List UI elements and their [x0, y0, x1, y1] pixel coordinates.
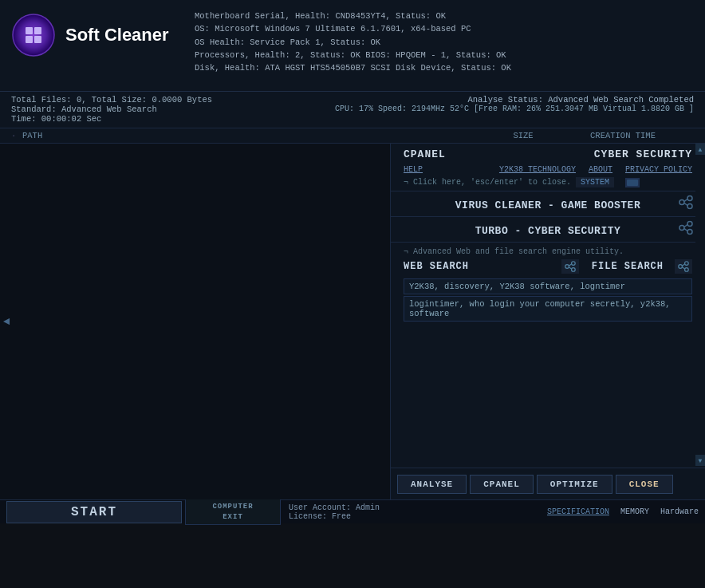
header: Soft Cleaner Motherboard Serial, Health:… [0, 0, 705, 92]
svg-line-21 [569, 267, 571, 269]
svg-point-18 [565, 265, 569, 269]
sysinfo-line2: OS: Microsoft Windows 7 Ultimate 6.1.760… [195, 22, 511, 35]
left-panel[interactable]: ◄ [0, 144, 391, 499]
standard-stat: Standard: Advanced Web Search [11, 105, 212, 114]
svg-line-25 [682, 264, 684, 266]
system-label[interactable]: SYSTEM [576, 177, 614, 187]
y2k38-link[interactable]: Y2K38 TECHNOLOGY [499, 165, 576, 174]
action-bar: ANALYSE CPANEL OPTIMIZE CLOSE [391, 468, 705, 499]
app-title: Soft Cleaner [65, 25, 169, 45]
search-result-2[interactable]: logintimer, who login your computer secr… [404, 296, 692, 322]
svg-point-22 [685, 262, 689, 266]
svg-point-7 [687, 195, 692, 200]
memory-link[interactable]: MEMORY [620, 507, 649, 516]
hint-text[interactable]: ¬ Click here, 'esc/enter' to close. [404, 178, 571, 187]
sysinfo-line1: Motherboard Serial, Health: CND8453YT4, … [195, 10, 511, 22]
links-row: HELP Y2K38 TECHNOLOGY ABOUT PRIVACY POLI… [391, 164, 705, 176]
turbo-share-icon[interactable] [678, 220, 694, 239]
web-search-area: ¬ Advanced Web and file search engine ut… [391, 243, 705, 326]
virus-cleaner-section: VIRUS CLEANER - GAME BOOSTER [391, 191, 705, 216]
analyse-status: Analyse Status: Advanced Web Search Comp… [335, 95, 694, 105]
analyse-button[interactable]: ANALYSE [397, 475, 467, 494]
hardware-link[interactable]: Hardware [660, 507, 699, 516]
start-button[interactable]: START [6, 501, 182, 523]
svg-line-11 [684, 203, 687, 205]
logo-area: Soft Cleaner [11, 13, 195, 57]
svg-line-15 [684, 224, 687, 227]
svg-point-24 [685, 268, 689, 272]
svg-line-10 [684, 199, 687, 201]
file-share-icon[interactable] [675, 259, 692, 274]
main-content: ◄ CPANEL CYBER SECURITY HELP Y2K38 TECHN… [0, 144, 705, 499]
time-stat: Time: 00:00:02 Sec [11, 114, 212, 124]
web-share-icon[interactable] [561, 259, 579, 274]
svg-point-14 [687, 229, 692, 234]
sysinfo-line3: OS Health: Service Pack 1, Status: OK [195, 36, 511, 49]
cpanel-button[interactable]: CPANEL [470, 475, 534, 494]
file-search-btn[interactable]: FILE SEARCH [592, 261, 664, 272]
top-labels-row: CPANEL CYBER SECURITY [391, 144, 705, 164]
svg-point-8 [679, 199, 684, 204]
license: License: Free [289, 512, 380, 521]
scroll-down-arrow[interactable]: ▼ [695, 455, 705, 466]
scroll-track [695, 155, 705, 455]
svg-line-20 [569, 264, 571, 266]
about-link[interactable]: ABOUT [589, 165, 612, 174]
app-logo [11, 13, 56, 57]
sysinfo-line4: Processors, Health: 2, Status: OK BIOS: … [195, 49, 511, 61]
svg-point-17 [571, 262, 575, 266]
svg-line-16 [684, 228, 687, 231]
stats-bar: Total Files: 0, Total Size: 0.0000 Bytes… [0, 92, 705, 128]
svg-point-9 [687, 203, 692, 208]
specification-link[interactable]: SPECIFICATION [547, 507, 609, 516]
svg-rect-2 [34, 27, 41, 34]
svg-point-12 [687, 221, 692, 226]
hint-icon [625, 178, 640, 187]
web-search-buttons: WEB SEARCH FILE SEARCH [404, 259, 692, 274]
spec-links: SPECIFICATION MEMORY Hardware [547, 507, 699, 516]
system-info: Motherboard Serial, Health: CND8453YT4, … [195, 8, 511, 74]
col-path-header: PATH [22, 131, 483, 140]
web-search-btn[interactable]: WEB SEARCH [404, 261, 469, 272]
computer-label: COMPUTER [212, 503, 253, 511]
user-account: User Account: Admin [289, 503, 380, 512]
turbo-section: TURBO - CYBER SECURITY [391, 217, 705, 242]
svg-point-23 [679, 265, 683, 269]
col-scroll-space [683, 131, 694, 140]
right-scrollbar[interactable]: ▲ ▼ [695, 144, 705, 466]
svg-rect-4 [34, 36, 41, 43]
cyber-label: CYBER SECURITY [594, 148, 692, 160]
scroll-up-arrow[interactable]: ▲ [695, 144, 705, 155]
col-size-header: SIZE [483, 131, 563, 140]
user-info: User Account: Admin License: Free [289, 503, 380, 521]
privacy-link[interactable]: PRIVACY POLICY [625, 165, 692, 174]
svg-point-0 [13, 14, 54, 56]
total-files-stat: Total Files: 0, Total Size: 0.0000 Bytes [11, 95, 212, 105]
cpu-info: CPU: 17% Speed: 2194MHz 52°C [Free RAM: … [335, 105, 694, 113]
computer-exit-button[interactable]: COMPUTER EXIT [185, 499, 281, 525]
svg-point-13 [679, 225, 684, 230]
col-dot: · [11, 131, 22, 140]
web-hint: ¬ Advanced Web and file search engine ut… [404, 247, 692, 256]
optimize-button[interactable]: OPTIMIZE [537, 475, 612, 494]
svg-rect-1 [26, 27, 33, 34]
cpanel-label: CPANEL [404, 148, 446, 160]
svg-rect-6 [627, 180, 638, 186]
help-link[interactable]: HELP [404, 165, 423, 174]
turbo-title: TURBO - CYBER SECURITY [391, 217, 705, 242]
left-scroll-arrow[interactable]: ◄ [3, 315, 10, 328]
col-time-header: CREATION TIME [563, 131, 683, 140]
close-button[interactable]: CLOSE [616, 475, 673, 494]
exit-label: EXIT [223, 513, 243, 521]
svg-rect-3 [26, 36, 33, 43]
virus-cleaner-title: VIRUS CLEANER - GAME BOOSTER [391, 191, 705, 216]
status-bar: START COMPUTER EXIT User Account: Admin … [0, 499, 705, 523]
hint-row: ¬ Click here, 'esc/enter' to close. SYST… [391, 176, 705, 191]
svg-line-26 [682, 267, 684, 269]
search-result-1[interactable]: Y2K38, discovery, Y2K38 software, lognti… [404, 278, 692, 294]
virus-share-icon[interactable] [678, 195, 694, 213]
sysinfo-line5: Disk, Health: ATA HGST HTS545050B7 SCSI … [195, 61, 511, 74]
right-panel: CPANEL CYBER SECURITY HELP Y2K38 TECHNOL… [391, 144, 705, 499]
column-headers: · PATH SIZE CREATION TIME [0, 128, 705, 144]
svg-point-19 [571, 268, 575, 272]
